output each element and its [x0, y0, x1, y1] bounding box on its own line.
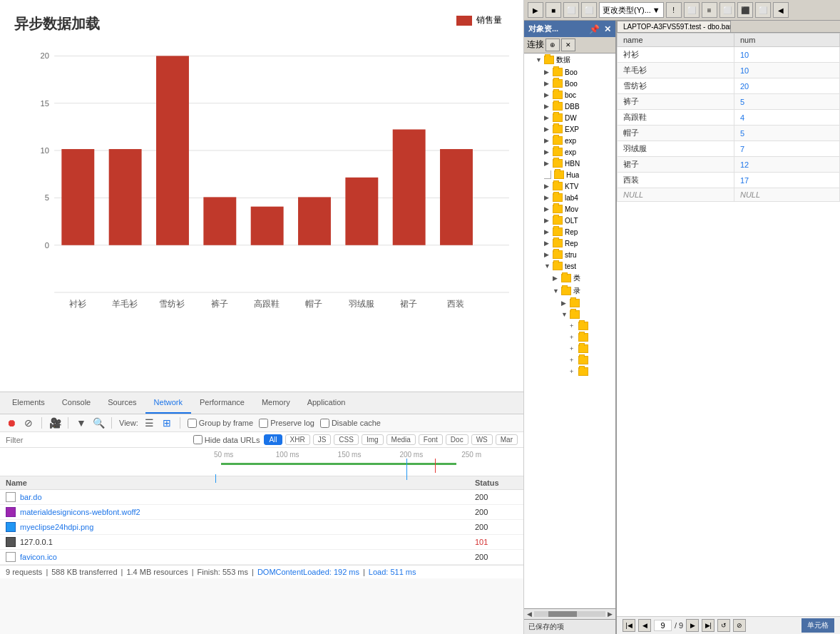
domcontentloaded-link[interactable]: DOMContentLoaded: 192 ms [257, 568, 359, 576]
oe-item-leaf1[interactable]: + [524, 320, 615, 332]
oe-item-data[interactable]: ▼ 数据 [524, 53, 615, 66]
record-icon[interactable]: ⏺ [6, 417, 17, 429]
filter-xhr[interactable]: XHR [285, 434, 310, 445]
tab-network[interactable]: Network [145, 392, 191, 414]
expand-data[interactable]: ▼ [536, 56, 544, 63]
tab-console[interactable]: Console [53, 392, 99, 414]
network-row-png[interactable]: myeclipse24hdpi.png 200 [0, 520, 523, 535]
network-row-favicon[interactable]: favicon.ico 200 [0, 550, 523, 565]
stop-icon[interactable]: ⊘ [23, 417, 34, 429]
oe-toolbar-btn-1[interactable]: ⊕ [546, 39, 560, 51]
group-by-frame-checkbox[interactable]: Group by frame [188, 419, 253, 428]
scroll-track[interactable] [534, 611, 605, 617]
grid-view-icon[interactable]: ⊞ [161, 417, 173, 429]
ssms-btn-9[interactable]: ⬛ [737, 2, 753, 18]
oe-item-ktv[interactable]: ▶ KTV [524, 180, 615, 192]
oe-item-hbn[interactable]: ▶ HBN [524, 158, 615, 169]
ssms-btn-8[interactable]: ⬜ [719, 2, 735, 18]
list-view-icon[interactable]: ☰ [144, 417, 155, 429]
oe-item-boc[interactable]: ▶ boc [524, 89, 615, 101]
oe-item-sub1[interactable]: ▶ [524, 297, 615, 309]
scroll-left-btn[interactable]: ◀ [527, 610, 532, 618]
oe-item-stru[interactable]: ▶ stru [524, 249, 615, 260]
first-page-btn[interactable]: |◀ [623, 619, 635, 632]
oe-item-leaf2[interactable]: + [524, 332, 615, 343]
ssms-btn-7[interactable]: ≡ [702, 2, 717, 18]
table-row[interactable]: 雪纺衫20 [618, 78, 840, 94]
page-input[interactable] [654, 620, 672, 631]
refresh-btn[interactable]: ↺ [717, 619, 730, 632]
load-link[interactable]: Load: 511 ms [369, 568, 416, 576]
oe-item-rep2[interactable]: ▶ Rep [524, 237, 615, 249]
oe-item-leaf5[interactable]: + [524, 366, 615, 377]
network-row-woff[interactable]: materialdesignicons-webfont.woff2 200 [0, 505, 523, 520]
oe-item-leaf3[interactable]: + [524, 343, 615, 354]
row-name-bar[interactable]: bar.do [20, 493, 475, 501]
row-name-woff[interactable]: materialdesignicons-webfont.woff2 [20, 508, 475, 516]
network-row-bar[interactable]: bar.do 200 [0, 490, 523, 505]
tab-memory[interactable]: Memory [253, 392, 299, 414]
oe-toolbar-btn-2[interactable]: ✕ [561, 39, 575, 51]
filter-input[interactable] [6, 436, 189, 444]
prev-page-btn[interactable]: ◀ [638, 619, 651, 632]
oe-item-test[interactable]: ▼ test [524, 260, 615, 272]
ssms-btn-2[interactable]: ■ [546, 2, 561, 18]
oe-item-mov[interactable]: ▶ Mov [524, 203, 615, 215]
filter-ws[interactable]: WS [471, 434, 493, 445]
ssms-btn-6[interactable]: ⬜ [684, 2, 700, 18]
tab-performance[interactable]: Performance [191, 392, 253, 414]
row-name-localhost[interactable]: 127.0.0.1 [20, 538, 475, 546]
oe-item-leaf4[interactable]: + [524, 354, 615, 366]
filter-js[interactable]: JS [313, 434, 332, 445]
next-page-btn[interactable]: ▶ [686, 619, 699, 632]
table-row[interactable]: 裙子12 [618, 157, 840, 173]
table-row[interactable]: 裤子5 [618, 94, 840, 110]
ssms-btn-4[interactable]: ⬜ [581, 2, 597, 18]
oe-item-sub2[interactable]: ▼ [524, 309, 615, 320]
oe-item-class[interactable]: ▶ 类 [524, 272, 615, 285]
ssms-btn-11[interactable]: ◀ [773, 2, 789, 18]
scroll-right-btn[interactable]: ▶ [608, 610, 613, 618]
oe-item-dbb[interactable]: ▶ DBB [524, 101, 615, 112]
filter-css[interactable]: CSS [334, 434, 359, 445]
oe-item-dw[interactable]: ▶ DW [524, 112, 615, 123]
filter-doc[interactable]: Doc [446, 434, 468, 445]
tab-elements[interactable]: Elements [4, 392, 53, 414]
filter-icon[interactable]: ▼ [76, 417, 87, 429]
table-row[interactable]: 帽子5 [618, 126, 840, 141]
filter-font[interactable]: Font [419, 434, 443, 445]
ssms-btn-3[interactable]: ⬜ [563, 2, 579, 18]
tab-application[interactable]: Application [299, 392, 354, 414]
oe-item-exp1[interactable]: ▶ EXP [524, 123, 615, 135]
last-page-btn[interactable]: ▶| [702, 619, 714, 632]
oe-item-olt[interactable]: ▶ OLT [524, 215, 615, 226]
oe-pin-btn[interactable]: 📌 [589, 24, 600, 34]
hide-data-urls-checkbox[interactable]: Hide data URLs [193, 435, 260, 444]
oe-item-boo1[interactable]: ▶ Boo [524, 66, 615, 78]
change-type-dropdown[interactable]: 更改类型(Y)... ▼ [599, 2, 664, 18]
tab-sources[interactable]: Sources [99, 392, 145, 414]
table-row[interactable]: 高跟鞋4 [618, 110, 840, 126]
oe-item-rep1[interactable]: ▶ Rep [524, 226, 615, 237]
filter-media[interactable]: Media [386, 434, 416, 445]
oe-item-hua[interactable]: Hua [553, 169, 613, 180]
table-row[interactable]: 衬衫10 [618, 47, 840, 63]
table-row[interactable]: 羊毛衫10 [618, 63, 840, 78]
table-row[interactable]: NULLNULL [618, 188, 840, 202]
oe-item-boo2[interactable]: ▶ Boo [524, 78, 615, 89]
camera-icon[interactable]: 🎥 [49, 417, 61, 429]
search-icon[interactable]: 🔍 [93, 417, 104, 429]
table-row[interactable]: 羽绒服7 [618, 141, 840, 157]
preserve-log-checkbox[interactable]: Preserve log [259, 419, 314, 428]
row-name-png[interactable]: myeclipse24hdpi.png [20, 523, 475, 531]
query-tab-bar-do[interactable]: LAPTOP-A3FVS59T.test - dbo.bar ✕ [617, 21, 731, 32]
ssms-btn-1[interactable]: ▶ [528, 2, 543, 18]
ssms-btn-5[interactable]: ! [666, 2, 682, 18]
table-row[interactable]: 西装17 [618, 173, 840, 188]
filter-mar[interactable]: Mar [496, 434, 518, 445]
stop-btn[interactable]: ⊘ [733, 619, 746, 632]
oe-scrollbar[interactable]: ◀ ▶ [524, 608, 615, 619]
network-row-localhost[interactable]: 127.0.0.1 101 [0, 535, 523, 550]
scroll-thumb[interactable] [548, 611, 577, 617]
oe-close-btn[interactable]: ✕ [604, 24, 611, 34]
